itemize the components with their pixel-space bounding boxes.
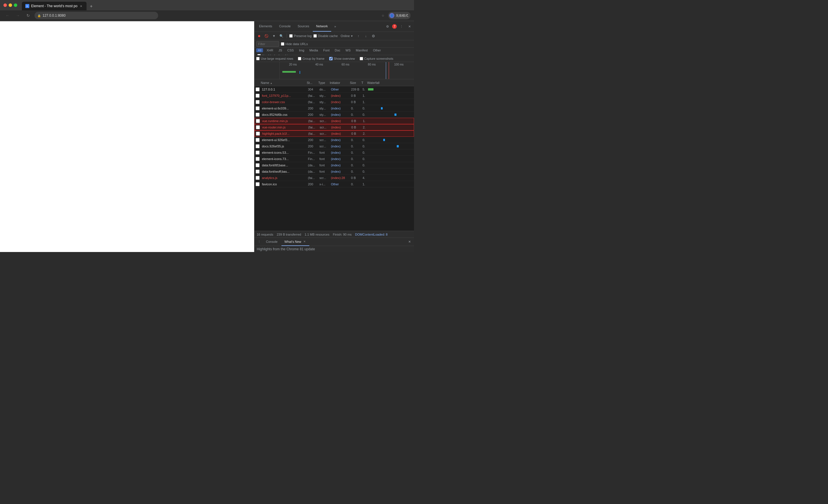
bookmark-button[interactable]: ☆ [379,11,387,19]
row-checkbox[interactable] [256,163,260,167]
filter-media[interactable]: Media [307,48,320,52]
search-button[interactable]: 🔍 [279,33,284,39]
filter-font[interactable]: Font [322,48,331,52]
row-checkbox[interactable] [256,125,260,129]
large-rows-check[interactable]: Use large request rows [256,57,293,60]
col-initiator[interactable]: Initiator [329,81,349,85]
show-overview-check[interactable]: Show overview [329,57,355,60]
row-checkbox[interactable] [256,138,260,142]
record-button[interactable]: ⏺ [256,33,262,39]
table-row[interactable]: 127.0.0.1 304 do... Other 239 B 5. [254,86,414,93]
col-type[interactable]: Type [317,81,329,85]
row-checkbox[interactable] [256,94,260,98]
table-row[interactable]: font_137970_p11p... (fai... sty... (inde… [254,93,414,99]
table-row[interactable]: vue.runtime.min.js (fai... scr... (index… [254,118,414,124]
filter-other[interactable]: Other [371,48,383,52]
group-by-frame-check[interactable]: Group by frame [298,57,324,60]
row-checkbox[interactable] [256,182,260,186]
filter-doc[interactable]: Doc [333,48,342,52]
settings-button[interactable]: ⚙ [384,23,391,30]
drawer-menu-button[interactable]: ⋮ [256,239,262,245]
disable-cache-check[interactable]: Disable cache [314,34,338,38]
capture-screenshots-check[interactable]: Capture screenshots [360,57,394,60]
drawer-tab-whats-new[interactable]: What's New ✕ [282,238,309,246]
filter-css[interactable]: CSS [286,48,296,52]
table-row[interactable]: vue-router.min.js (fai... scr... (index)… [254,124,414,131]
row-checkbox[interactable] [256,150,260,154]
col-size[interactable]: Size [349,81,360,85]
row-checkbox[interactable] [256,106,260,110]
table-row[interactable]: element-ui.926ef3... 200 scr... (index) … [254,137,414,143]
filter-all[interactable]: All [256,48,263,52]
drawer-tab-close-button[interactable]: ✕ [302,240,306,244]
table-row[interactable]: highlight.pack.b1f... (fai... scr... (in… [254,131,414,137]
online-select-wrap[interactable]: Online ▾ [341,34,353,38]
forward-button[interactable]: → [14,11,22,19]
new-tab-button[interactable]: + [87,2,95,10]
tab-elements[interactable]: Elements [256,21,276,32]
export-button[interactable]: ↓ [363,33,369,39]
table-row[interactable]: favicon.ico 200 x-i... Other 0. 1. [254,181,414,187]
preserve-log-checkbox[interactable] [289,34,293,38]
filter-manifest[interactable]: Manifest [354,48,370,52]
col-waterfall[interactable]: Waterfall [366,81,413,85]
hide-data-urls-checkbox[interactable] [281,42,284,46]
drawer-tab-console[interactable]: Console [263,238,280,246]
row-checkbox[interactable] [256,119,260,123]
show-overview-checkbox[interactable] [329,57,333,60]
table-row[interactable]: docs.926ef35.js 200 scr... (index) 0. 0. [254,143,414,149]
tab-sources[interactable]: Sources [294,21,313,32]
tab-close-button[interactable]: ✕ [79,4,83,8]
hide-data-urls-check[interactable]: Hide data URLs [281,42,308,46]
reload-button[interactable]: ↻ [24,11,32,19]
col-name[interactable]: Name ▲ [260,81,305,85]
tab-console[interactable]: Console [276,21,294,32]
filter-js[interactable]: JS [277,48,284,52]
domcontent-link[interactable]: DOMContentLoaded: 8 [355,233,387,236]
close-button[interactable] [3,3,7,7]
drawer-close-button[interactable]: ✕ [407,239,412,245]
large-rows-checkbox[interactable] [256,57,260,60]
active-tab[interactable]: E Element - The world's most po ✕ [22,2,87,10]
row-checkbox[interactable] [256,132,260,136]
maximize-button[interactable] [14,3,17,7]
table-row[interactable]: data:font/ttf;base... (da... font (index… [254,162,414,168]
url-bar[interactable]: 🔒 127.0.0.1:8080 [35,12,158,19]
devtools-menu-button[interactable]: ⋮ [398,23,405,30]
stop-button[interactable]: 🚫 [264,33,270,39]
col-status[interactable]: St... [305,81,317,85]
row-checkbox[interactable] [256,112,260,117]
preserve-log-check[interactable]: Preserve log [289,34,312,38]
disable-cache-checkbox[interactable] [314,34,317,38]
filter-xhr[interactable]: XHR [265,48,275,52]
minimize-button[interactable] [9,3,12,7]
col-time[interactable]: T [360,81,366,85]
row-checkbox[interactable] [256,87,260,91]
clear-button[interactable]: ⚙ [371,33,376,39]
filter-img[interactable]: Img [297,48,306,52]
table-row[interactable]: docs.8524d6b.css 200 sty... (index) 0. 0… [254,111,414,118]
filter-button[interactable]: ▼ [271,33,277,39]
cell-time: 1. [361,94,367,97]
group-by-frame-checkbox[interactable] [298,57,301,60]
capture-screenshots-checkbox[interactable] [360,57,363,60]
filter-input[interactable] [256,41,279,47]
profile-button[interactable]: 👤 无痕模式 [388,12,411,19]
row-checkbox[interactable] [256,144,260,148]
table-row[interactable]: data:font/woff;bas... (da... font (index… [254,168,414,175]
table-row[interactable]: color-brewer.css (fai... sty... (index) … [254,99,414,105]
devtools-close-button[interactable]: ✕ [406,23,413,30]
row-checkbox[interactable] [256,100,260,104]
more-tabs-button[interactable]: » [332,23,339,30]
row-checkbox[interactable] [256,157,260,161]
table-row[interactable]: element-icons.73... Fin... font (index) … [254,156,414,162]
table-row[interactable]: element-ui.6c039... 200 sty... (index) 0… [254,105,414,111]
table-row[interactable]: element-icons.53... Fin... font (index) … [254,149,414,156]
filter-ws[interactable]: WS [344,48,353,52]
import-button[interactable]: ↑ [356,33,361,39]
table-row[interactable]: analytics.js (fai... scr... (index):28 0… [254,175,414,181]
row-checkbox[interactable] [256,170,260,174]
back-button[interactable]: ← [3,11,11,19]
tab-network[interactable]: Network [313,21,331,32]
row-checkbox[interactable] [256,176,260,180]
